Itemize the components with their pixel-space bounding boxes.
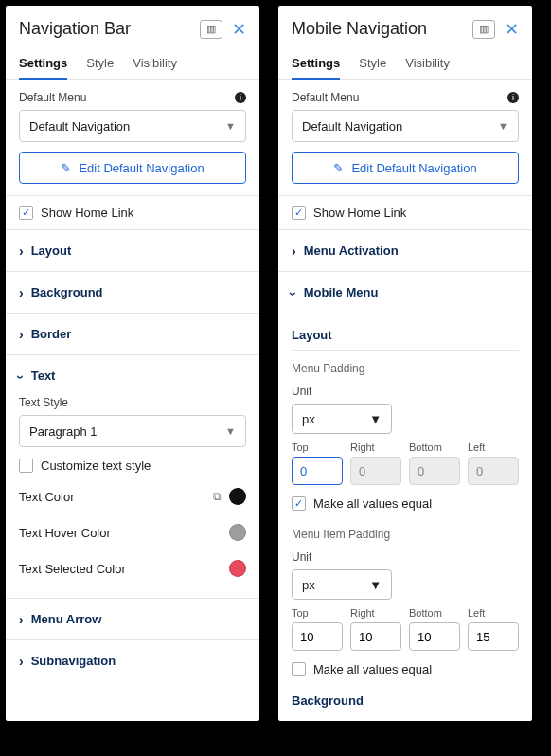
accordion-menu-activation[interactable]: › Menu Activation (278, 230, 532, 272)
unit-value: px (302, 412, 315, 426)
menu-item-padding-left-input[interactable] (468, 622, 519, 651)
menu-item-padding-inputs: Top Right Bottom Left (292, 607, 519, 651)
unit-value: px (302, 578, 315, 592)
menu-padding-equal-checkbox[interactable] (292, 496, 306, 511)
link-icon[interactable]: ⧉ (213, 490, 222, 503)
menu-item-padding-bottom-input[interactable] (409, 622, 460, 651)
show-home-link-label: Show Home Link (41, 206, 133, 220)
panel-title: Mobile Navigation (292, 19, 427, 39)
text-color-label: Text Color (19, 490, 75, 504)
tab-visibility[interactable]: Visibility (133, 48, 177, 79)
accordion-mobile-menu[interactable]: › Mobile Menu (278, 272, 532, 313)
customize-text-style-label: Customize text style (41, 459, 151, 473)
text-section-body: Text Style Paragraph 1 ▼ Customize text … (6, 396, 259, 599)
preset-switcher-button[interactable]: ▥ (200, 20, 222, 39)
menu-padding-left-input (468, 457, 519, 485)
tab-settings[interactable]: Settings (292, 48, 340, 80)
edit-default-navigation-button[interactable]: ✎ Edit Default Navigation (19, 152, 246, 184)
chevron-right-icon: › (19, 244, 24, 258)
menu-padding-equal-label: Make all values equal (313, 496, 432, 511)
chevron-down-icon: › (287, 291, 300, 296)
tab-visibility[interactable]: Visibility (405, 48, 450, 79)
chevron-down-icon: ▼ (498, 120, 508, 132)
info-icon[interactable]: i (235, 92, 246, 103)
panel-header: Navigation Bar ▥ ✕ (6, 6, 259, 45)
mobile-navigation-panel: Mobile Navigation ▥ ✕ Settings Style Vis… (278, 6, 532, 721)
close-icon[interactable]: ✕ (505, 21, 519, 38)
show-home-link-row: Show Home Link (292, 206, 519, 220)
show-home-link-checkbox[interactable] (19, 206, 33, 220)
menu-item-padding-equal-row: Make all values equal (292, 662, 519, 676)
default-menu-select[interactable]: Default Navigation ▼ (292, 110, 519, 142)
text-hover-color-swatch[interactable] (229, 524, 246, 541)
mobile-menu-body: Layout Menu Padding Unit px ▼ Top Right (278, 313, 532, 721)
spacing-label-bottom: Bottom (409, 441, 460, 453)
accordion-label: Menu Arrow (31, 612, 102, 626)
edit-default-navigation-button[interactable]: ✎ Edit Default Navigation (292, 152, 519, 184)
chevron-down-icon: ▼ (225, 425, 236, 437)
menu-padding-unit-select[interactable]: px ▼ (292, 404, 392, 434)
accordion-label: Mobile Menu (304, 285, 379, 299)
menu-padding-top-input[interactable] (292, 457, 343, 485)
menu-item-padding-right-input[interactable] (350, 622, 401, 651)
tabs: Settings Style Visibility (6, 45, 259, 80)
accordion-label: Background (31, 285, 103, 299)
spacing-label-right: Right (350, 607, 401, 619)
tabs: Settings Style Visibility (278, 45, 532, 80)
panel-header-actions: ▥ ✕ (472, 20, 519, 39)
pencil-icon: ✎ (61, 161, 71, 175)
accordion-menu-arrow[interactable]: › Menu Arrow (6, 599, 259, 640)
text-hover-color-row: Text Hover Color (19, 514, 246, 550)
divider (292, 350, 519, 351)
menu-item-padding-label: Menu Item Padding (292, 528, 519, 541)
chevron-down-icon: › (14, 374, 27, 379)
text-style-select-value: Paragraph 1 (29, 424, 98, 439)
menu-item-padding-unit-select[interactable]: px ▼ (292, 569, 392, 600)
accordion-layout[interactable]: › Layout (6, 230, 259, 272)
default-menu-section: Default Menu i Default Navigation ▼ ✎ Ed… (278, 80, 532, 196)
text-color-swatch[interactable] (229, 488, 246, 505)
show-home-link-checkbox[interactable] (292, 206, 306, 220)
accordion-text[interactable]: › Text (6, 355, 259, 396)
show-home-link-section: Show Home Link (278, 196, 532, 230)
accordion-label: Layout (31, 243, 72, 258)
preset-switcher-button[interactable]: ▥ (472, 20, 495, 39)
background-heading: Background (292, 693, 519, 708)
accordion-subnavigation[interactable]: › Subnavigation (6, 640, 259, 681)
spacing-label-right: Right (350, 441, 401, 453)
navigation-bar-panel: Navigation Bar ▥ ✕ Settings Style Visibi… (6, 6, 259, 721)
close-icon[interactable]: ✕ (232, 21, 246, 38)
chevron-right-icon: › (19, 613, 24, 626)
menu-padding-bottom-input (409, 457, 460, 485)
customize-text-style-checkbox[interactable] (19, 459, 33, 473)
tab-settings[interactable]: Settings (19, 48, 67, 80)
panel-header-actions: ▥ ✕ (200, 20, 246, 39)
spacing-label-top: Top (292, 441, 343, 453)
accordion-border[interactable]: › Border (6, 314, 259, 355)
panel-header: Mobile Navigation ▥ ✕ (278, 6, 532, 45)
tab-style[interactable]: Style (359, 48, 386, 79)
accordion-background[interactable]: › Background (6, 272, 259, 314)
default-menu-label: Default Menu i (292, 91, 519, 104)
accordion-label: Text (31, 369, 56, 383)
show-home-link-section: Show Home Link (6, 196, 259, 230)
text-selected-color-swatch[interactable] (229, 560, 246, 577)
chevron-down-icon: ▼ (369, 578, 382, 592)
menu-padding-equal-row: Make all values equal (292, 496, 519, 511)
default-menu-select[interactable]: Default Navigation ▼ (19, 110, 246, 142)
tab-style[interactable]: Style (86, 48, 114, 79)
text-style-select[interactable]: Paragraph 1 ▼ (19, 415, 246, 447)
customize-text-style-row: Customize text style (19, 459, 246, 473)
spacing-label-left: Left (468, 441, 519, 453)
show-home-link-row: Show Home Link (19, 206, 246, 220)
accordion-label: Menu Activation (304, 243, 399, 258)
text-hover-color-label: Text Hover Color (19, 526, 111, 540)
menu-padding-right-input (350, 457, 401, 485)
info-icon[interactable]: i (507, 92, 519, 103)
spacing-label-left: Left (468, 607, 519, 619)
menu-item-padding-equal-checkbox[interactable] (292, 662, 306, 676)
default-menu-section: Default Menu i Default Navigation ▼ ✎ Ed… (6, 80, 259, 196)
chevron-right-icon: › (292, 244, 296, 258)
menu-item-padding-top-input[interactable] (292, 622, 343, 651)
chevron-right-icon: › (19, 655, 24, 668)
